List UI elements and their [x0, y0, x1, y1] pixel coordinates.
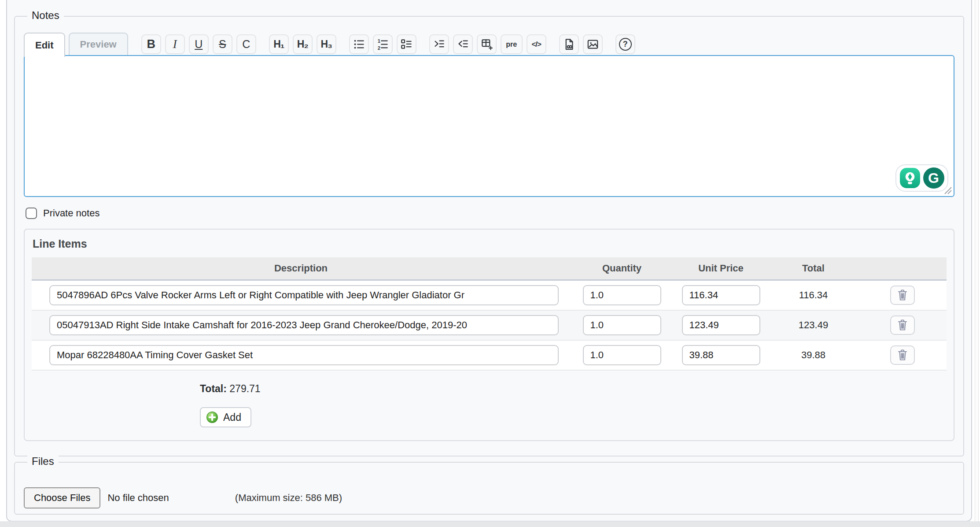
choose-files-button[interactable]: Choose Files [24, 487, 100, 508]
form-container: Notes Edit Preview B I U S C H₁ H₂ H₃ [6, 0, 972, 522]
row-total-value: 123.49 [768, 311, 858, 341]
tab-edit-label: Edit [35, 40, 54, 51]
grammarly-suggestions-button[interactable] [900, 168, 920, 188]
grammarly-logo-icon: G [923, 167, 944, 189]
description-input[interactable] [49, 345, 559, 365]
page-scrollbar[interactable] [975, 0, 979, 527]
private-notes-row: Private notes [26, 208, 954, 219]
preformatted-button[interactable]: pre [501, 34, 523, 54]
notes-textarea[interactable] [25, 56, 954, 196]
task-list-button[interactable] [397, 34, 416, 54]
insert-image-button[interactable] [583, 34, 603, 54]
insert-table-icon [481, 38, 493, 50]
editor-tabs-toolbar: Edit Preview B I U S C H₁ H₂ H₃ [24, 33, 954, 55]
file-upload-row: Choose Files No file chosen (Maximum siz… [24, 487, 954, 508]
heading2-icon: H₂ [297, 39, 308, 49]
tab-preview[interactable]: Preview [69, 33, 128, 55]
description-input[interactable] [49, 285, 559, 305]
inline-code-icon: C [242, 39, 250, 50]
description-input[interactable] [49, 315, 559, 335]
bold-button[interactable]: B [141, 34, 161, 54]
task-list-icon [401, 38, 413, 50]
column-header-unit-price: Unit Price [674, 257, 768, 281]
grammarly-widget: G [895, 164, 948, 192]
add-line-item-button[interactable]: Add [200, 407, 251, 427]
italic-button[interactable]: I [165, 34, 185, 54]
heading3-icon: H₃ [321, 39, 332, 49]
unordered-list-icon [353, 38, 365, 50]
line-items-table: Description Quantity Unit Price Total 11… [32, 257, 947, 371]
help-button[interactable]: ? [615, 34, 635, 54]
delete-row-button[interactable] [890, 315, 915, 335]
grammarly-logo-button[interactable]: G [923, 167, 944, 189]
svg-text:2: 2 [377, 45, 380, 51]
inline-code-button[interactable]: C [236, 34, 256, 54]
delete-row-button[interactable] [890, 345, 915, 365]
strikethrough-button[interactable]: S [213, 34, 232, 54]
bold-icon: B [147, 38, 155, 50]
trash-icon [897, 349, 908, 361]
private-notes-label: Private notes [43, 208, 99, 219]
grand-total-line: Total: 279.71 [200, 383, 947, 395]
max-size-note: (Maximum size: 586 MB) [235, 492, 342, 504]
unordered-list-button[interactable] [349, 34, 369, 54]
table-row: 39.88 [32, 341, 947, 371]
ordered-list-button[interactable]: 1 2 [373, 34, 393, 54]
column-header-total: Total [768, 257, 858, 281]
files-legend: Files [27, 455, 59, 468]
row-total-value: 39.88 [768, 341, 858, 371]
preformatted-icon: pre [506, 41, 517, 48]
table-row: 123.49 [32, 311, 947, 341]
ordered-list-icon: 1 2 [377, 38, 389, 50]
heading2-button[interactable]: H₂ [293, 34, 313, 54]
delete-row-button[interactable] [890, 286, 915, 305]
insert-image-icon [587, 38, 599, 50]
notes-editor-area: G [24, 55, 954, 197]
quantity-input[interactable] [583, 285, 661, 305]
trash-icon [897, 289, 908, 301]
link-file-button[interactable] [559, 34, 579, 54]
heading1-icon: H₁ [273, 39, 284, 49]
code-block-icon: </> [531, 41, 541, 48]
add-button-label: Add [223, 412, 241, 423]
code-block-button[interactable]: </> [527, 34, 546, 54]
help-icon: ? [619, 38, 632, 51]
indent-icon [433, 38, 445, 50]
insert-table-button[interactable] [477, 34, 497, 54]
trash-icon [897, 319, 908, 331]
underline-button[interactable]: U [189, 34, 209, 54]
tab-edit[interactable]: Edit [24, 33, 65, 57]
unit-price-input[interactable] [682, 285, 760, 305]
svg-text:1: 1 [377, 38, 380, 44]
private-notes-checkbox[interactable] [26, 208, 37, 219]
grand-total-value: 279.71 [229, 383, 260, 394]
line-items-heading: Line Items [33, 238, 947, 250]
file-chosen-status: No file chosen [107, 492, 169, 504]
strikethrough-icon: S [219, 39, 226, 50]
line-items-box: Line Items Description Quantity Unit Pri… [24, 229, 954, 441]
column-header-description: Description [32, 257, 570, 281]
editor-toolbar: B I U S C H₁ H₂ H₃ [141, 34, 635, 54]
column-header-actions [858, 257, 947, 281]
files-fieldset: Files Choose Files No file chosen (Maxim… [14, 462, 964, 515]
viewport-bottom-edge [0, 521, 980, 527]
heading1-button[interactable]: H₁ [269, 34, 289, 54]
italic-icon: I [173, 38, 177, 50]
quantity-input[interactable] [583, 315, 661, 335]
outdent-icon [457, 38, 469, 50]
quantity-input[interactable] [583, 345, 661, 365]
indent-button[interactable] [429, 34, 449, 54]
notes-legend: Notes [27, 9, 64, 22]
underline-icon: U [195, 39, 203, 50]
unit-price-input[interactable] [682, 345, 760, 365]
column-header-quantity: Quantity [570, 257, 674, 281]
grammarly-suggestions-bulb-icon [900, 168, 920, 188]
heading3-button[interactable]: H₃ [317, 34, 336, 54]
resize-handle-icon[interactable] [943, 185, 952, 195]
grand-total-label: Total: [200, 383, 227, 394]
unit-price-input[interactable] [682, 315, 760, 335]
outdent-button[interactable] [453, 34, 473, 54]
table-header-row: Description Quantity Unit Price Total [32, 257, 947, 281]
link-file-icon [563, 38, 575, 50]
table-row: 116.34 [32, 281, 947, 311]
